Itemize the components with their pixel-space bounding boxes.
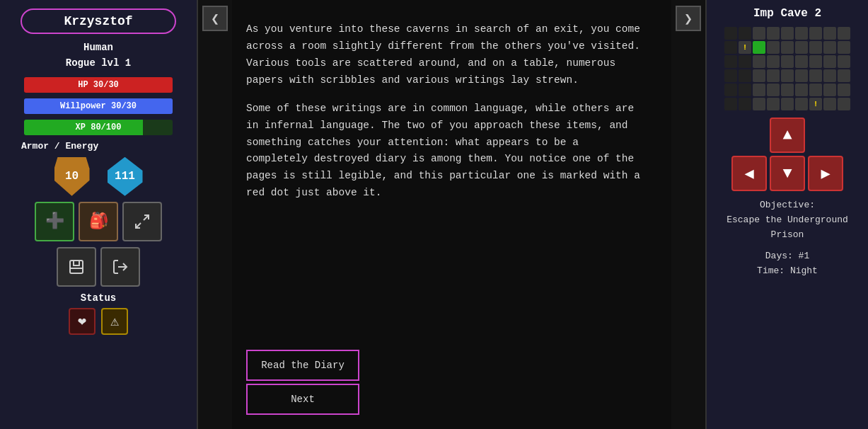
map-cell	[739, 55, 751, 68]
next-button[interactable]: Next	[246, 384, 359, 415]
map-cell	[739, 98, 751, 110]
map-cell	[781, 27, 794, 40]
map-cell	[795, 27, 808, 40]
map-cell	[809, 27, 822, 40]
warning-status-icon: ⚠	[101, 308, 128, 335]
map-cell	[823, 27, 836, 40]
map-cell	[724, 55, 737, 68]
story-paragraph-1: As you venture into these caverns in sea…	[246, 21, 643, 89]
map-cell	[724, 98, 737, 110]
story-text: As you venture into these caverns in sea…	[246, 21, 643, 336]
map-cell	[781, 41, 794, 54]
heart-status-icon: ❤️	[69, 308, 96, 335]
map-cell	[823, 98, 836, 110]
map-cell	[767, 69, 780, 82]
read-diary-button[interactable]: Read the Diary	[246, 350, 359, 381]
next-arrow-button[interactable]: ❯	[676, 6, 701, 31]
map-cell	[838, 55, 850, 68]
map-cell	[753, 69, 765, 82]
dpad-left-button[interactable]: ◀	[731, 156, 767, 191]
map-cell	[795, 41, 808, 54]
prev-arrow-button[interactable]: ❮	[202, 6, 228, 31]
fullscreen-button[interactable]	[122, 202, 162, 241]
map-cell	[753, 27, 765, 40]
map-cell	[809, 69, 822, 82]
map-cell	[795, 55, 808, 68]
willpower-bar: Willpower 30/30	[24, 98, 173, 114]
map-cell	[767, 41, 780, 54]
character-name: Krzysztof	[21, 8, 176, 34]
map-cell	[767, 55, 780, 68]
map-cell	[767, 27, 780, 40]
story-paragraph-2: Some of these writings are in common lan…	[246, 101, 643, 202]
status-icons: ❤️ ⚠	[7, 308, 190, 335]
character-class: Human Rogue lvl 1	[66, 40, 131, 72]
map-cell	[781, 98, 794, 110]
xp-bar: XP 80/100	[24, 120, 173, 135]
exit-button[interactable]	[100, 247, 140, 287]
map-cell	[823, 41, 836, 54]
map-cell	[724, 84, 737, 96]
main-content: As you venture into these caverns in sea…	[232, 0, 671, 429]
map-cell	[838, 27, 850, 40]
map-cell	[767, 84, 780, 96]
status-label: Status	[7, 292, 190, 304]
svg-line-0	[144, 215, 149, 220]
map-cell	[724, 27, 737, 40]
action-buttons-row2	[57, 247, 140, 287]
svg-rect-3	[74, 261, 79, 265]
map-cell	[809, 41, 822, 54]
left-arrow-panel: ❮	[198, 0, 232, 429]
map-cell	[809, 55, 822, 68]
map-cell	[739, 69, 751, 82]
map-cell	[724, 41, 737, 54]
time-section: Days: #1 Time: Night	[757, 249, 818, 279]
map-cell	[795, 84, 808, 96]
objective-text: Escape the Underground Prison	[712, 213, 862, 243]
map-cell	[753, 84, 765, 96]
armor-energy-label: Armor / Energy	[21, 141, 98, 151]
armor-energy-row: 10 111	[52, 157, 144, 196]
direction-pad: ▲ ◀ ▼ ▶	[731, 118, 843, 191]
dpad-right-button[interactable]: ▶	[808, 156, 843, 191]
map-cell	[795, 98, 808, 110]
days-label: Days: #1	[757, 249, 818, 264]
action-choices: Read the Diary Next	[246, 350, 388, 415]
map-cell	[795, 69, 808, 82]
dpad-empty-tl	[731, 118, 767, 153]
inventory-button[interactable]: 🎒	[79, 202, 118, 241]
map-cell	[781, 84, 794, 96]
map-cell	[739, 84, 751, 96]
right-arrow-panel: ❯	[671, 0, 705, 429]
map-cell	[838, 84, 850, 96]
status-section: Status ❤️ ⚠	[7, 292, 190, 335]
dpad-down-button[interactable]: ▼	[770, 156, 805, 191]
heal-button[interactable]: ➕	[35, 202, 74, 241]
action-buttons-row1: ➕ 🎒	[35, 202, 162, 241]
armor-icon: 10	[52, 157, 91, 196]
map-cell	[809, 84, 822, 96]
map-cell	[823, 84, 836, 96]
map-cell	[823, 69, 836, 82]
shield-shape: 10	[54, 157, 90, 196]
map-cell	[753, 55, 765, 68]
map-cell	[753, 98, 765, 110]
map-cell	[724, 69, 737, 82]
objective-label: Objective:	[712, 198, 862, 213]
time-label: Time: Night	[757, 264, 818, 279]
map-cell	[823, 55, 836, 68]
map-cell	[781, 69, 794, 82]
map-cell	[838, 98, 850, 110]
hp-bar: HP 30/30	[24, 77, 173, 93]
svg-line-1	[136, 223, 141, 228]
left-panel: Krzysztof Human Rogue lvl 1 HP 30/30 Wil…	[0, 0, 198, 429]
map-cell	[739, 27, 751, 40]
map-cell	[781, 55, 794, 68]
map-cell	[838, 69, 850, 82]
save-button[interactable]	[57, 247, 96, 287]
svg-rect-2	[70, 261, 83, 273]
map-cell-exclaim: !	[739, 41, 751, 54]
dpad-empty-tr	[808, 118, 843, 153]
diamond-shape: 111	[108, 157, 143, 196]
dpad-up-button[interactable]: ▲	[770, 118, 805, 153]
